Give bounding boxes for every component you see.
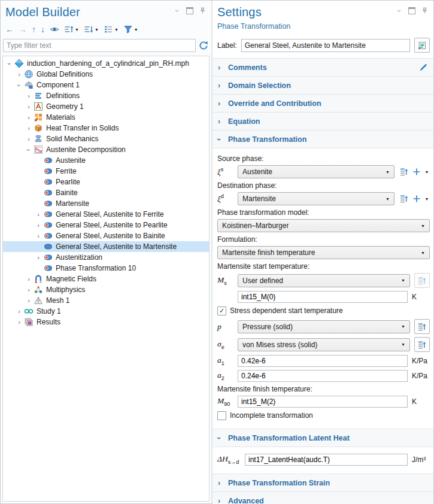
sigma-e-symbol: σe bbox=[217, 339, 238, 350]
menu-caret-icon[interactable]: ▼ bbox=[114, 28, 119, 32]
tree-item-general-steel-austenite-to-bainite[interactable]: ›General Steel, Austenite to Bainite bbox=[3, 230, 209, 241]
tree-item-materials[interactable]: ›Materials bbox=[3, 112, 209, 123]
tree-item-magnetic-fields[interactable]: ›Magnetic Fields bbox=[3, 274, 209, 284]
pin-icon[interactable] bbox=[421, 7, 429, 14]
formulation-select[interactable]: Martensite finish temperature▼ bbox=[217, 246, 430, 259]
chevron-right-icon[interactable]: › bbox=[25, 287, 33, 293]
float-window-icon[interactable] bbox=[408, 7, 415, 14]
model-tree-filter-icon[interactable]: ▼ bbox=[122, 23, 139, 35]
collapse-chevron-icon[interactable]: › bbox=[173, 7, 181, 14]
expand-tree-icon[interactable]: ▼ bbox=[63, 23, 80, 35]
chevron-down-icon[interactable]: › bbox=[15, 82, 23, 89]
tree-item-label: Phase Transformation 10 bbox=[56, 264, 138, 272]
chevron-right-icon[interactable]: › bbox=[25, 93, 33, 99]
label-input[interactable] bbox=[241, 39, 410, 52]
von-mises-select[interactable]: von Mises stress (solid)▼ bbox=[238, 338, 410, 351]
tree-item-induction-hardening-of-a-cylindrical-pin-rh-mph[interactable]: ›induction_hardening_of_a_cylindrical_pi… bbox=[3, 58, 209, 69]
chevron-right-icon[interactable]: › bbox=[34, 211, 43, 218]
chevron-right-icon[interactable]: › bbox=[25, 276, 33, 283]
show-eye-icon[interactable] bbox=[48, 23, 60, 35]
add-phase-icon[interactable] bbox=[411, 193, 422, 204]
destination-phase-select[interactable]: Martensite▼ bbox=[238, 192, 394, 205]
tree-item-definitions[interactable]: ›Definitions bbox=[3, 90, 209, 101]
stress-dependent-checkbox[interactable]: ✓ bbox=[217, 306, 226, 315]
section-latent-heat[interactable]: › Phase Transformation Latent Heat bbox=[213, 429, 433, 447]
tree-item-study-1[interactable]: ›Study 1 bbox=[3, 306, 209, 317]
refresh-icon[interactable] bbox=[198, 40, 209, 51]
move-down-arrow-icon[interactable]: ↓ bbox=[40, 23, 46, 35]
tree-item-austenite[interactable]: Austenite bbox=[3, 155, 209, 166]
chevron-right-icon[interactable]: › bbox=[25, 136, 33, 142]
tree-item-geometry-1[interactable]: ›Geometry 1 bbox=[3, 101, 209, 112]
chevron-right-icon[interactable]: › bbox=[15, 308, 23, 315]
tree-item-martensite[interactable]: Martensite bbox=[3, 198, 209, 209]
tree-item-heat-transfer-in-solids[interactable]: ›Heat Transfer in Solids bbox=[3, 123, 209, 133]
section-phase-transformation-strain[interactable]: › Phase Transformation Strain bbox=[213, 474, 433, 492]
tree-item-solid-mechanics[interactable]: ›Solid Mechanics bbox=[3, 133, 209, 144]
m90-input[interactable] bbox=[238, 396, 408, 408]
tree-item-component-1[interactable]: ›Component 1 bbox=[3, 80, 209, 90]
tree-item-label: General Steel, Austenite to Martensite bbox=[56, 242, 179, 251]
tree-item-austenite-decomposition[interactable]: ›Austenite Decomposition bbox=[3, 144, 209, 155]
tree-item-global-definitions[interactable]: ›Global Definitions bbox=[3, 69, 209, 80]
source-phase-select[interactable]: Austenite▼ bbox=[238, 165, 394, 178]
tree-item-multiphysics[interactable]: ›Multiphysics bbox=[3, 284, 209, 295]
section-advanced[interactable]: › Advanced bbox=[213, 492, 433, 504]
add-phase-menu-caret-icon[interactable]: ▼ bbox=[424, 166, 430, 177]
add-phase-menu-caret-icon[interactable]: ▼ bbox=[424, 193, 430, 204]
chevron-down-icon[interactable]: › bbox=[5, 60, 14, 67]
tree-item-results[interactable]: ›Results bbox=[3, 317, 209, 327]
incomplete-transformation-checkbox[interactable] bbox=[217, 411, 226, 420]
ms-expression-input[interactable] bbox=[238, 291, 408, 303]
chevron-right-icon[interactable]: › bbox=[25, 125, 33, 132]
float-window-icon[interactable] bbox=[186, 7, 193, 14]
tree-item-pearlite[interactable]: Pearlite bbox=[3, 177, 209, 187]
collapse-chevron-icon[interactable]: › bbox=[395, 7, 403, 14]
menu-caret-icon[interactable]: ▼ bbox=[95, 28, 99, 32]
tree-item-general-steel-austenite-to-ferrite[interactable]: ›General Steel, Austenite to Ferrite bbox=[3, 209, 209, 220]
menu-caret-icon[interactable]: ▼ bbox=[75, 28, 79, 32]
a2-input[interactable] bbox=[238, 370, 408, 382]
pin-icon[interactable] bbox=[199, 7, 207, 14]
add-phase-icon[interactable] bbox=[411, 166, 422, 177]
move-up-arrow-icon[interactable]: ↑ bbox=[31, 23, 37, 35]
chevron-right-icon[interactable]: › bbox=[25, 104, 33, 110]
tree-item-general-steel-austenite-to-martensite[interactable]: General Steel, Austenite to Martensite bbox=[3, 241, 209, 252]
go-to-source-icon[interactable] bbox=[399, 166, 409, 177]
go-to-source-icon[interactable] bbox=[399, 193, 409, 204]
go-to-source-button[interactable] bbox=[414, 319, 430, 334]
section-domain-selection[interactable]: › Domain Selection bbox=[213, 77, 433, 95]
tree-item-bainite[interactable]: Bainite bbox=[3, 187, 209, 198]
chevron-right-icon[interactable]: › bbox=[15, 71, 23, 78]
chevron-right-icon[interactable]: › bbox=[25, 297, 33, 304]
tree-item-ferrite[interactable]: Ferrite bbox=[3, 166, 209, 177]
filter-input[interactable] bbox=[3, 39, 196, 52]
tree-item-label: Materials bbox=[46, 113, 78, 122]
section-phase-transformation[interactable]: › Phase Transformation bbox=[213, 130, 433, 148]
tree-item-austenitization[interactable]: ›Austenitization bbox=[3, 252, 209, 263]
node-text-icon[interactable]: ▼ bbox=[102, 23, 120, 35]
latent-heat-input[interactable] bbox=[245, 454, 408, 466]
section-comments[interactable]: › Comments bbox=[213, 59, 433, 77]
ms-select[interactable]: User defined▼ bbox=[238, 274, 410, 287]
phase-transformation-model-select[interactable]: Koistinen–Marburger▼ bbox=[217, 219, 430, 232]
tree-item-phase-transformation-10[interactable]: Phase Transformation 10 bbox=[3, 263, 209, 274]
chevron-right-icon[interactable]: › bbox=[34, 233, 43, 239]
chevron-right-icon[interactable]: › bbox=[34, 222, 43, 229]
chevron-right-icon[interactable]: › bbox=[25, 114, 33, 121]
rename-button[interactable] bbox=[414, 38, 430, 53]
collapse-tree-icon[interactable]: ▼ bbox=[83, 23, 100, 35]
tree-item-mesh-1[interactable]: ›Mesh 1 bbox=[3, 295, 209, 306]
go-to-source-button[interactable] bbox=[414, 337, 430, 352]
back-arrow-icon[interactable]: ← bbox=[4, 23, 15, 35]
edit-comments-icon[interactable] bbox=[418, 63, 428, 72]
pressure-select[interactable]: Pressure (solid)▼ bbox=[238, 320, 410, 333]
a1-input[interactable] bbox=[238, 355, 408, 367]
section-equation[interactable]: › Equation bbox=[213, 113, 433, 130]
section-override-and-contribution[interactable]: › Override and Contribution bbox=[213, 95, 433, 113]
menu-caret-icon[interactable]: ▼ bbox=[134, 28, 138, 32]
chevron-right-icon[interactable]: › bbox=[34, 254, 43, 261]
chevron-down-icon[interactable]: › bbox=[25, 147, 33, 153]
tree-item-general-steel-austenite-to-pearlite[interactable]: ›General Steel, Austenite to Pearlite bbox=[3, 220, 209, 230]
chevron-right-icon[interactable]: › bbox=[15, 319, 23, 326]
